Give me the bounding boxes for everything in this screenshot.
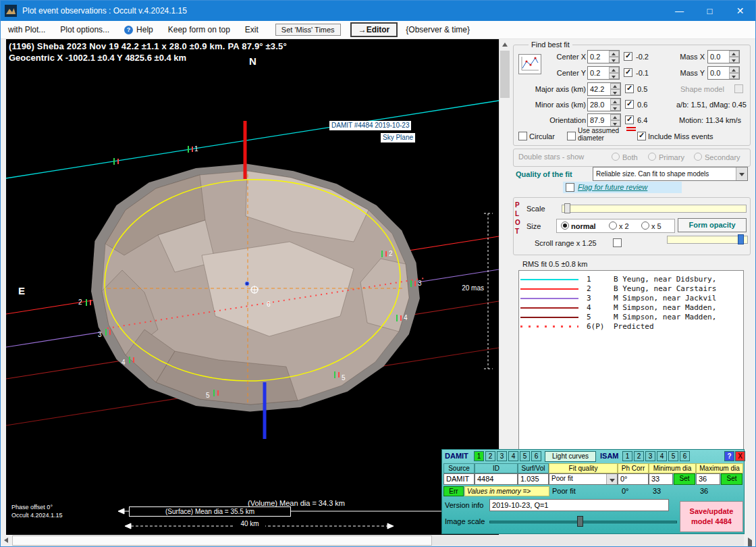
stepper-up-icon[interactable] [729,67,739,73]
light-curves-button[interactable]: Light curves [545,451,596,462]
version-info-input[interactable] [489,499,669,511]
flag-review-checkbox[interactable] [566,183,574,192]
scroll-range-checkbox[interactable] [613,238,622,247]
stepper-down-icon[interactable] [729,73,739,79]
use-assumed-checkbox[interactable] [567,132,576,140]
scroll-right-icon[interactable] [744,535,755,546]
isam-model-1-button[interactable]: 1 [622,451,632,461]
damit-model-3-button[interactable]: 3 [497,451,507,461]
stepper-down-icon[interactable] [729,57,739,63]
center-y-value[interactable]: 0.2 [588,67,609,79]
panel-close-button[interactable]: X [735,451,745,461]
save-update-model-button[interactable]: Save/update model 4484 [680,501,743,532]
mass-x-value[interactable]: 0.0 [708,51,729,63]
orientation-stepper[interactable]: 87.9 [587,113,621,127]
isam-model-3-button[interactable]: 3 [645,451,655,461]
stepper-up-icon[interactable] [609,67,619,73]
stepper-up-icon[interactable] [729,51,739,57]
source-field[interactable]: DAMIT [443,473,475,485]
list-item[interactable]: 4 M Simpson, near Madden, [519,303,743,312]
set-min-button[interactable]: Set [674,473,695,485]
stepper-down-icon[interactable] [609,57,619,63]
stepper-up-icon[interactable] [610,83,620,89]
major-err-checkbox[interactable] [625,84,634,93]
scale-slider-thumb[interactable] [564,203,570,213]
form-opacity-button[interactable]: Form opacity [678,218,747,232]
opacity-slider[interactable] [667,236,748,244]
mass-y-value[interactable]: 0.0 [708,67,729,79]
menu-help[interactable]: ? Help [117,22,161,37]
scroll-left-icon[interactable] [1,535,12,546]
image-scale-thumb[interactable] [577,516,583,527]
fit-quality-select[interactable]: Poor fit [549,473,618,485]
list-item[interactable]: 2 B Yeung, near Carstairs [519,284,743,293]
editor-button[interactable]: →Editor [350,22,398,37]
major-axis-stepper[interactable]: 42.2 [587,82,621,96]
center-y-err-checkbox[interactable] [624,68,632,77]
isam-model-4-button[interactable]: 4 [657,451,667,461]
center-x-value[interactable]: 0.2 [588,51,609,63]
minor-axis-value[interactable]: 28.0 [588,99,610,111]
stepper-up-icon[interactable] [610,99,620,105]
opacity-slider-thumb[interactable] [738,234,744,244]
stepper-down-icon[interactable] [609,73,619,79]
set-miss-times-button[interactable]: Set 'Miss' Times [275,24,341,36]
menu-plot-options[interactable]: Plot options... [53,22,117,37]
minor-axis-stepper[interactable]: 28.0 [587,98,621,111]
major-axis-value[interactable]: 42.2 [588,83,610,95]
damit-model-6-button[interactable]: 6 [531,451,541,461]
sky-plane-plot[interactable]: 1 2 2 3 3 4 4 5 5 6 [6,39,499,536]
size-normal-radio[interactable] [561,222,569,230]
list-item[interactable]: 6(P) Predicted [519,322,743,331]
stepper-up-icon[interactable] [610,114,620,120]
mass-y-stepper[interactable]: 0.0 [707,66,740,80]
center-x-stepper[interactable]: 0.2 [587,50,620,63]
list-item[interactable]: 1 B Yeung, near Didsbury, [519,275,743,284]
damit-model-2-button[interactable]: 2 [485,451,495,461]
stepper-down-icon[interactable] [610,120,620,126]
max-dia-field[interactable]: 36 [696,473,720,485]
stepper-down-icon[interactable] [610,105,620,111]
stepper-up-icon[interactable] [609,51,619,57]
ph-corr-field[interactable]: 0° [618,473,649,485]
isam-model-2-button[interactable]: 2 [634,451,644,461]
vertical-scroll-thumb[interactable] [500,51,510,98]
orientation-value[interactable]: 87.9 [588,114,610,126]
quality-of-fit-select[interactable]: Reliable size. Can fit to shape models [593,167,748,181]
center-y-stepper[interactable]: 0.2 [587,66,620,80]
surfvol-field[interactable]: 1.035 [518,473,549,485]
size-x2-radio[interactable] [609,222,617,230]
mass-x-stepper[interactable]: 0.0 [707,50,740,63]
orientation-err-checkbox[interactable] [625,115,634,124]
horizontal-scroll-thumb[interactable] [12,536,432,546]
close-icon[interactable]: ✕ [725,1,755,21]
damit-model-5-button[interactable]: 5 [520,451,530,461]
maximize-icon[interactable]: □ [695,1,725,21]
include-miss-checkbox[interactable] [637,132,646,140]
panel-help-button[interactable]: ? [724,451,734,461]
err-button[interactable]: Err [443,486,464,496]
damit-model-4-button[interactable]: 4 [508,451,518,461]
isam-model-6-button[interactable]: 6 [680,451,690,461]
id-field[interactable]: 4484 [475,473,518,485]
scale-slider[interactable] [562,205,747,213]
menu-with-plot[interactable]: with Plot... [1,22,53,37]
stepper-down-icon[interactable] [610,89,620,95]
minor-err-checkbox[interactable] [625,100,634,109]
image-scale-slider[interactable] [489,521,677,523]
list-item[interactable]: 5 M Simpson, near Madden, [519,313,743,321]
size-x5-radio[interactable] [641,222,649,230]
chevron-down-icon[interactable] [736,167,747,180]
set-max-button[interactable]: Set [721,473,742,485]
chevron-down-icon[interactable] [606,474,617,484]
minimize-icon[interactable]: — [664,1,695,21]
isam-model-5-button[interactable]: 5 [668,451,678,461]
menu-exit[interactable]: Exit [238,22,266,37]
damit-model-1-button[interactable]: 1 [474,451,484,461]
center-x-err-checkbox[interactable] [624,52,632,61]
min-dia-field[interactable]: 33 [649,473,673,485]
menu-keep-on-top[interactable]: Keep form on top [161,22,238,37]
list-item[interactable]: 3 M Simpson, near Jackvil [519,294,743,303]
circular-checkbox[interactable] [518,132,527,140]
chord-list[interactable]: 1 B Yeung, near Didsbury, 2 B Yeung, nea… [518,270,744,473]
